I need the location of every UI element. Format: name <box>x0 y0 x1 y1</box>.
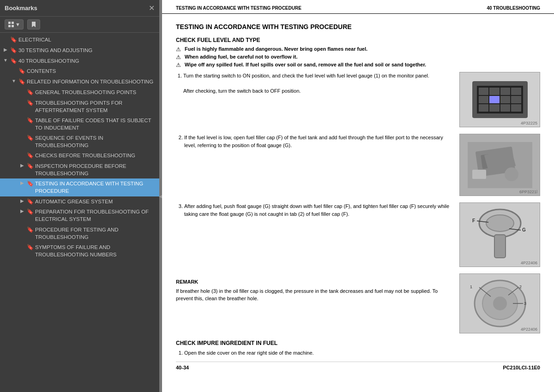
svg-rect-1 <box>12 22 14 24</box>
remark-image: 1 2 3 4P22406 <box>459 273 540 333</box>
sidebar-item-checks-before[interactable]: 🔖 CHECKS BEFORE TROUBLESHOOTING <box>0 150 159 161</box>
warning-line: ⚠When adding fuel, be careful not to ove… <box>176 54 540 60</box>
bookmark-icon-inspection-procedure: 🔖 <box>27 162 33 170</box>
section2-steps: Open the side cover on the rear right si… <box>176 349 540 357</box>
sidebar-tree: 🔖 ELECTRICAL ▶ 🔖 30 TESTING AND ADJUSTIN… <box>0 33 159 392</box>
warning-icon: ⚠ <box>176 54 182 60</box>
bookmark-icon-testing-procedure: 🔖 <box>27 180 33 188</box>
sidebar-toolbar: ▼ <box>0 17 159 33</box>
svg-rect-11 <box>494 235 506 258</box>
document-view: TESTING IN ACCORDANCE WITH TESTING PROCE… <box>162 0 554 392</box>
sidebar-item-electrical[interactable]: 🔖 ELECTRICAL <box>0 35 159 45</box>
step3-list: After adding fuel, push float gauge (G) … <box>176 202 452 218</box>
sidebar-item-inspection-procedure[interactable]: ▶ 🔖 INSPECTION PROCEDURE BEFORE TROUBLES… <box>0 161 159 178</box>
remark-text-block: REMARK If breather hole (3) in the oil f… <box>176 273 452 333</box>
sidebar-label-electrical: ELECTRICAL <box>18 36 157 43</box>
bookmark-view-button[interactable] <box>27 19 40 30</box>
step1-block: Turn the starting switch to ON position,… <box>176 72 540 127</box>
bookmark-icon-testing-adjusting: 🔖 <box>10 47 17 54</box>
sidebar-item-procedure-testing[interactable]: 🔖 PROCEDURE FOR TESTING AND TROUBLESHOOT… <box>0 225 159 242</box>
sidebar-title: Bookmarks <box>5 5 37 12</box>
step1-text: Turn the starting switch to ON position,… <box>176 72 452 127</box>
step1-item: Turn the starting switch to ON position,… <box>183 72 452 95</box>
img2-label: 6PP3221l <box>519 190 537 194</box>
doc-header-left: TESTING IN ACCORDANCE WITH TESTING PROCE… <box>176 6 301 11</box>
warning-text: Wipe off any spilled fuel. If fuel spill… <box>185 62 426 67</box>
sidebar-label-automatic-grease: AUTOMATIC GREASE SYSTEM <box>35 198 157 205</box>
img1-label: 4P32225 <box>521 121 537 125</box>
sidebar-item-failure-codes[interactable]: 🔖 TABLE OF FAILURE CODES THAT IS SUBJECT… <box>0 115 159 133</box>
bookmark-icon-troubleshooting: 🔖 <box>10 57 17 65</box>
sidebar-header: Bookmarks ✕ <box>0 0 159 17</box>
view-toggle-button[interactable]: ▼ <box>5 19 24 30</box>
section1-title: CHECK FUEL LEVEL AND TYPE <box>176 37 540 43</box>
sidebar-item-preparation-troubleshooting[interactable]: ▶ 🔖 PREPARATION FOR TROUBLESHOOTING OF E… <box>0 207 159 224</box>
sidebar-item-contents[interactable]: 🔖 CONTENTS <box>0 66 159 77</box>
svg-rect-3 <box>12 25 14 27</box>
remark-img-label: 4P22406 <box>521 327 537 332</box>
svg-rect-2 <box>8 25 11 27</box>
sidebar-label-troubleshooting-aftertreatment: TROUBLESHOOTING POINTS FOR AFTERTREATMEN… <box>35 99 157 114</box>
bookmark-icon-general-troubleshooting: 🔖 <box>27 89 33 96</box>
svg-text:F: F <box>472 218 475 223</box>
sidebar-label-testing-procedure: TESTING IN ACCORDANCE WITH TESTING PROCE… <box>35 180 157 195</box>
expand-icon-testing-procedure: ▶ <box>18 180 26 186</box>
step3-block: After adding fuel, push float gauge (G) … <box>176 202 540 267</box>
expand-icon-preparation-troubleshooting: ▶ <box>18 208 26 214</box>
expand-icon-testing-adjusting: ▶ <box>2 47 9 53</box>
section2-title: CHECK IMPURE INGREDIENT IN FUEL <box>176 340 540 346</box>
sidebar-item-troubleshooting[interactable]: ▼ 🔖 40 TROUBLESHOOTING <box>0 56 159 66</box>
sidebar-label-procedure-testing: PROCEDURE FOR TESTING AND TROUBLESHOOTIN… <box>35 226 157 241</box>
sidebar-item-automatic-grease[interactable]: ▶ 🔖 AUTOMATIC GREASE SYSTEM <box>0 196 159 207</box>
expand-icon-automatic-grease: ▶ <box>18 198 26 204</box>
remark-title: REMARK <box>176 278 452 286</box>
close-icon[interactable]: ✕ <box>149 4 155 12</box>
sidebar-label-testing-adjusting: 30 TESTING AND ADJUSTING <box>18 47 157 54</box>
sidebar-label-sequence-events: SEQUENCE OF EVENTS IN TROUBLESHOOTING <box>35 134 157 149</box>
sidebar-item-testing-adjusting[interactable]: ▶ 🔖 30 TESTING AND ADJUSTING <box>0 45 159 56</box>
bookmark-icon-failure-codes: 🔖 <box>27 117 33 125</box>
step3-item: After adding fuel, push float gauge (G) … <box>184 202 452 218</box>
svg-rect-8 <box>472 170 486 179</box>
step3-text: After adding fuel, push float gauge (G) … <box>176 202 452 267</box>
sidebar-label-contents: CONTENTS <box>27 67 157 75</box>
expand-icon-inspection-procedure: ▶ <box>18 162 26 169</box>
svg-text:2: 2 <box>519 285 522 289</box>
section2-step1: Open the side cover on the rear right si… <box>184 349 540 357</box>
img3-label: 4P22406 <box>521 261 537 265</box>
svg-text:G: G <box>522 227 526 232</box>
warning-line: ⚠Fuel is highly flammable and dangerous.… <box>176 46 540 53</box>
svg-rect-0 <box>8 22 11 24</box>
doc-footer: 40-34 PC210LCI-11E0 <box>176 362 540 370</box>
sidebar-item-related-info[interactable]: ▼ 🔖 RELATED INFORMATION ON TROUBLESHOOTI… <box>0 77 159 87</box>
step2-list: If the fuel level is low, open fuel fill… <box>176 134 452 149</box>
view-toggle-arrow: ▼ <box>15 22 20 27</box>
sidebar-item-sequence-events[interactable]: 🔖 SEQUENCE OF EVENTS IN TROUBLESHOOTING <box>0 133 159 150</box>
sidebar-label-preparation-troubleshooting: PREPARATION FOR TROUBLESHOOTING OF ELECT… <box>35 208 157 223</box>
bookmark-icon-related-info: 🔖 <box>18 78 25 86</box>
bookmark-icon-contents: 🔖 <box>18 67 25 75</box>
sidebar-label-related-info: RELATED INFORMATION ON TROUBLESHOOTING <box>27 78 157 85</box>
doc-header-right: 40 TROUBLESHOOTING <box>487 6 540 11</box>
sidebar-label-inspection-procedure: INSPECTION PROCEDURE BEFORE TROUBLESHOOT… <box>35 162 157 177</box>
step2-text: If the fuel level is low, open fuel fill… <box>176 134 452 196</box>
footer-page: 40-34 <box>176 365 189 370</box>
doc-main-title: TESTING IN ACCORDANCE WITH TESTING PROCE… <box>176 23 540 30</box>
svg-point-7 <box>505 167 518 181</box>
warning-text: When adding fuel, be careful not to over… <box>185 54 297 59</box>
steps-list: Turn the starting switch to ON position,… <box>176 72 452 95</box>
document-header: TESTING IN ACCORDANCE WITH TESTING PROCE… <box>162 0 554 14</box>
bookmark-icon-procedure-testing: 🔖 <box>27 226 33 234</box>
warning-text: Fuel is highly flammable and dangerous. … <box>185 46 367 52</box>
sidebar-label-symptoms-failure: SYMPTOMS OF FAILURE AND TROUBLESHOOTING … <box>35 244 157 258</box>
sidebar-label-checks-before: CHECKS BEFORE TROUBLESHOOTING <box>35 152 157 159</box>
step1-image: 4P32225 <box>459 72 540 127</box>
sidebar-item-troubleshooting-aftertreatment[interactable]: 🔖 TROUBLESHOOTING POINTS FOR AFTERTREATM… <box>0 98 159 115</box>
sidebar-item-general-troubleshooting[interactable]: 🔖 GENERAL TROUBLESHOOTING POINTS <box>0 87 159 98</box>
bookmark-icon-electrical: 🔖 <box>10 36 17 44</box>
sidebar-label-general-troubleshooting: GENERAL TROUBLESHOOTING POINTS <box>35 89 157 96</box>
sidebar-item-symptoms-failure[interactable]: 🔖 SYMPTOMS OF FAILURE AND TROUBLESHOOTIN… <box>0 242 159 260</box>
sidebar-item-testing-procedure[interactable]: ▶ 🔖 TESTING IN ACCORDANCE WITH TESTING P… <box>0 178 159 196</box>
sidebar: Bookmarks ✕ ▼ 🔖 ELECTRICAL ▶ 🔖 30 TESTIN… <box>0 0 159 392</box>
step2-item: If the fuel level is low, open fuel fill… <box>184 134 452 149</box>
